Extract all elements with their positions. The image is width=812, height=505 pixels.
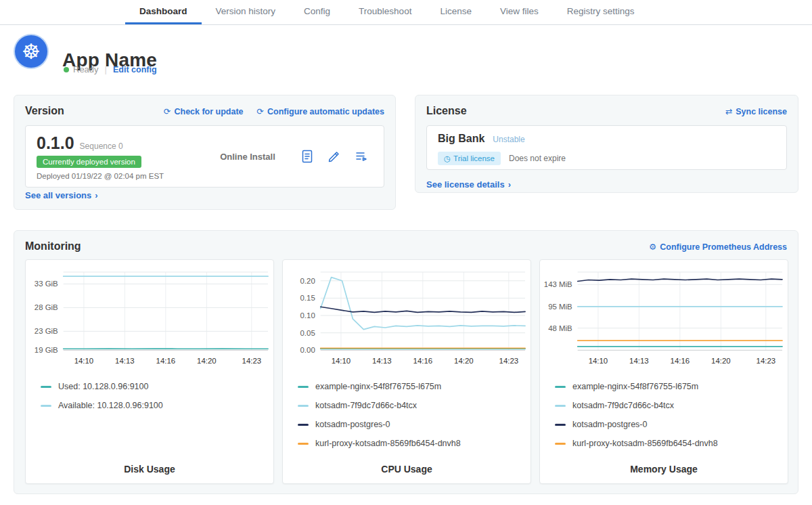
legend-swatch xyxy=(555,386,566,388)
tab-version-history[interactable]: Version history xyxy=(202,0,290,24)
license-panel: Big Bank Unstable ◷Trial license Does no… xyxy=(426,125,787,170)
legend-swatch xyxy=(298,424,309,426)
svg-text:33 GiB: 33 GiB xyxy=(35,280,58,288)
install-type-label: Online Install xyxy=(196,152,300,162)
svg-text:14:16: 14:16 xyxy=(671,357,690,365)
current-version-panel: 0.1.0 Sequence 0 Currently deployed vers… xyxy=(25,125,384,188)
disk-usage-plot: 19 GiB23 GiB28 GiB33 GiB14:1014:1314:161… xyxy=(26,265,273,372)
edit-config-link[interactable]: Edit config xyxy=(113,65,157,74)
gear-icon: ⚙ xyxy=(649,242,656,252)
legend-label: kotsadm-postgres-0 xyxy=(572,420,647,429)
svg-text:19 GiB: 19 GiB xyxy=(35,346,58,354)
chart-title: Memory Usage xyxy=(540,464,788,475)
svg-text:0.10: 0.10 xyxy=(300,311,315,320)
legend-item: kotsadm-7f9dc7d66c-b4tcx xyxy=(298,396,524,415)
see-license-details-link[interactable]: See license details› xyxy=(426,179,511,190)
cpu-usage-plot: 0.000.050.100.150.2014:1014:1314:1614:20… xyxy=(283,265,531,372)
svg-text:14:16: 14:16 xyxy=(413,357,433,365)
svg-text:14:20: 14:20 xyxy=(711,357,731,365)
svg-text:23 GiB: 23 GiB xyxy=(35,327,58,335)
memory-usage-legend: example-nginx-54f8f76755-l675mkotsadm-7f… xyxy=(540,377,788,453)
status-dot-icon xyxy=(64,67,69,72)
legend-swatch xyxy=(298,386,309,388)
tab-troubleshoot[interactable]: Troubleshoot xyxy=(344,0,426,24)
legend-label: kotsadm-postgres-0 xyxy=(315,420,390,429)
svg-text:28 GiB: 28 GiB xyxy=(35,303,58,311)
tab-license[interactable]: License xyxy=(426,0,486,24)
tab-dashboard[interactable]: Dashboard xyxy=(125,0,202,24)
svg-text:14:10: 14:10 xyxy=(589,357,608,365)
svg-text:14:20: 14:20 xyxy=(454,357,474,365)
status-text: Ready xyxy=(73,64,99,74)
legend-item: kotsadm-7f9dc7d66c-b4tcx xyxy=(555,396,781,415)
edit-config-icon[interactable] xyxy=(327,149,342,164)
legend-label: example-nginx-54f8f76755-l675m xyxy=(315,382,441,391)
license-card: License ⇄Sync license Big Bank Unstable … xyxy=(415,95,798,193)
monitoring-title: Monitoring xyxy=(25,240,81,252)
svg-text:14:13: 14:13 xyxy=(115,357,135,365)
monitoring-card: Monitoring ⚙Configure Prometheus Address… xyxy=(14,230,798,494)
chevron-right-icon: › xyxy=(508,179,511,190)
legend-item: example-nginx-54f8f76755-l675m xyxy=(298,377,524,396)
svg-text:0.15: 0.15 xyxy=(300,294,315,302)
svg-text:143 MiB: 143 MiB xyxy=(544,280,572,288)
tab-config[interactable]: Config xyxy=(290,0,344,24)
sync-license-link[interactable]: ⇄Sync license xyxy=(725,106,787,116)
legend-item: kurl-proxy-kotsadm-8569fb6454-dnvh8 xyxy=(298,434,524,453)
legend-swatch xyxy=(555,443,566,445)
configure-prometheus-link[interactable]: ⚙Configure Prometheus Address xyxy=(649,242,787,252)
kubernetes-app-logo-icon: ☸ xyxy=(15,35,47,68)
refresh-icon: ⟳ xyxy=(164,107,171,116)
memory-usage-chart-card: 48 MiB95 MiB143 MiB14:1014:1314:1614:201… xyxy=(539,259,788,484)
sync-icon: ⇄ xyxy=(725,107,732,116)
legend-item: Available: 10.128.0.96:9100 xyxy=(41,396,267,415)
top-nav: Dashboard Version history Config Trouble… xyxy=(0,0,812,25)
deployed-timestamp: Deployed 01/19/22 @ 02:04 pm EST xyxy=(37,172,196,180)
svg-text:14:23: 14:23 xyxy=(499,357,519,365)
legend-swatch xyxy=(41,386,51,388)
legend-item: example-nginx-54f8f76755-l675m xyxy=(555,377,781,396)
svg-text:14:23: 14:23 xyxy=(757,357,776,365)
svg-text:14:13: 14:13 xyxy=(629,357,649,365)
svg-text:14:20: 14:20 xyxy=(197,357,217,365)
chart-title: CPU Usage xyxy=(283,464,531,475)
configure-automatic-updates-link[interactable]: ⟳Configure automatic updates xyxy=(257,106,384,116)
auto-update-icon: ⟳ xyxy=(257,107,264,116)
legend-item: Used: 10.128.0.96:9100 xyxy=(41,377,267,396)
svg-text:14:23: 14:23 xyxy=(242,357,262,365)
legend-item: kotsadm-postgres-0 xyxy=(555,415,781,434)
trial-license-badge: ◷Trial license xyxy=(438,152,501,165)
svg-text:95 MiB: 95 MiB xyxy=(548,303,572,311)
channel-label: Unstable xyxy=(493,135,524,144)
legend-swatch xyxy=(555,405,566,407)
chevron-right-icon: › xyxy=(95,190,97,200)
svg-text:0.20: 0.20 xyxy=(300,277,315,285)
clock-icon: ◷ xyxy=(444,154,451,162)
svg-text:14:16: 14:16 xyxy=(156,357,176,365)
legend-label: example-nginx-54f8f76755-l675m xyxy=(572,382,698,391)
customer-name: Big Bank xyxy=(438,133,484,145)
svg-text:14:10: 14:10 xyxy=(332,357,351,365)
legend-item: kurl-proxy-kotsadm-8569fb6454-dnvh8 xyxy=(555,434,781,453)
legend-item: kotsadm-postgres-0 xyxy=(298,415,524,434)
legend-swatch xyxy=(298,443,309,445)
check-for-update-link[interactable]: ⟳Check for update xyxy=(164,106,244,116)
disk-usage-legend: Used: 10.128.0.96:9100Available: 10.128.… xyxy=(26,377,273,415)
legend-label: Used: 10.128.0.96:9100 xyxy=(58,382,148,391)
svg-text:14:13: 14:13 xyxy=(372,357,392,365)
svg-text:48 MiB: 48 MiB xyxy=(548,324,572,332)
deploy-logs-icon[interactable] xyxy=(354,149,369,164)
tab-view-files[interactable]: View files xyxy=(486,0,553,24)
version-card-title: Version xyxy=(25,105,64,117)
svg-text:0.00: 0.00 xyxy=(300,346,315,354)
version-number: 0.1.0 xyxy=(37,133,74,153)
chart-title: Disk Usage xyxy=(26,464,273,475)
license-card-title: License xyxy=(426,105,467,117)
legend-label: Available: 10.128.0.96:9100 xyxy=(58,401,163,410)
tab-registry-settings[interactable]: Registry settings xyxy=(553,0,649,24)
release-notes-icon[interactable] xyxy=(300,149,315,164)
legend-swatch xyxy=(298,405,309,407)
see-all-versions-link[interactable]: See all versions› xyxy=(25,190,98,200)
kots-admin-dashboard: Dashboard Version history Config Trouble… xyxy=(0,0,812,505)
deployed-version-badge: Currently deployed version xyxy=(37,156,141,168)
